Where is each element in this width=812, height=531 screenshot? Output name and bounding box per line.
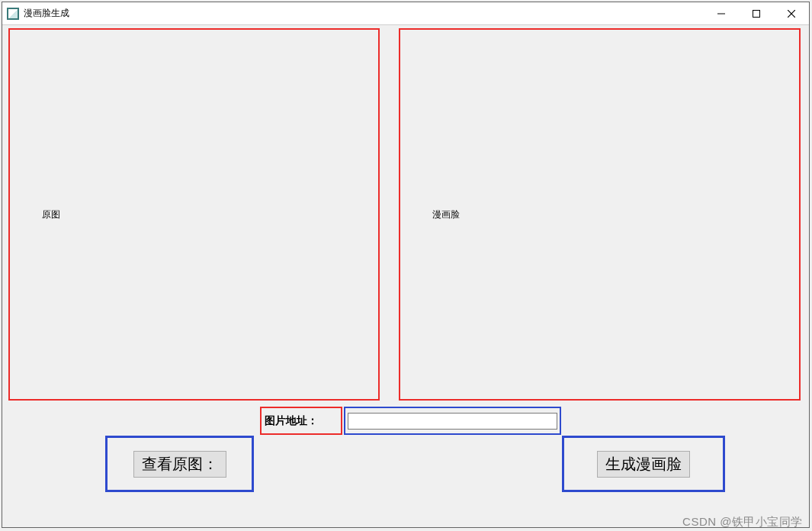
app-window: 漫画脸生成 原图 漫画脸 图片地址： 查看原图：	[2, 2, 810, 528]
image-path-label: 图片地址：	[265, 414, 318, 428]
generate-button[interactable]: 生成漫画脸	[597, 451, 690, 478]
titlebar[interactable]: 漫画脸生成	[2, 2, 809, 25]
window-controls	[704, 2, 809, 24]
original-image-label: 原图	[42, 208, 60, 221]
view-original-box: 查看原图：	[105, 436, 254, 492]
app-icon	[7, 8, 19, 20]
view-original-button[interactable]: 查看原图：	[133, 451, 226, 478]
close-icon	[788, 10, 795, 18]
original-image-panel: 原图	[8, 28, 380, 401]
image-path-input[interactable]	[348, 413, 557, 430]
image-path-label-box: 图片地址：	[260, 407, 342, 435]
svg-rect-1	[753, 11, 760, 18]
result-image-label: 漫画脸	[432, 208, 460, 221]
close-button[interactable]	[774, 2, 809, 25]
client-area: 原图 漫画脸 图片地址： 查看原图： 生成漫画脸	[2, 25, 809, 527]
generate-box: 生成漫画脸	[562, 436, 725, 492]
watermark: CSDN @铁甲小宝同学	[682, 515, 803, 529]
maximize-button[interactable]	[739, 2, 774, 25]
result-image-panel: 漫画脸	[399, 28, 801, 401]
maximize-icon	[753, 10, 760, 18]
window-title: 漫画脸生成	[24, 7, 704, 20]
minimize-button[interactable]	[704, 2, 739, 25]
image-path-input-box	[344, 407, 561, 435]
minimize-icon	[717, 10, 725, 18]
